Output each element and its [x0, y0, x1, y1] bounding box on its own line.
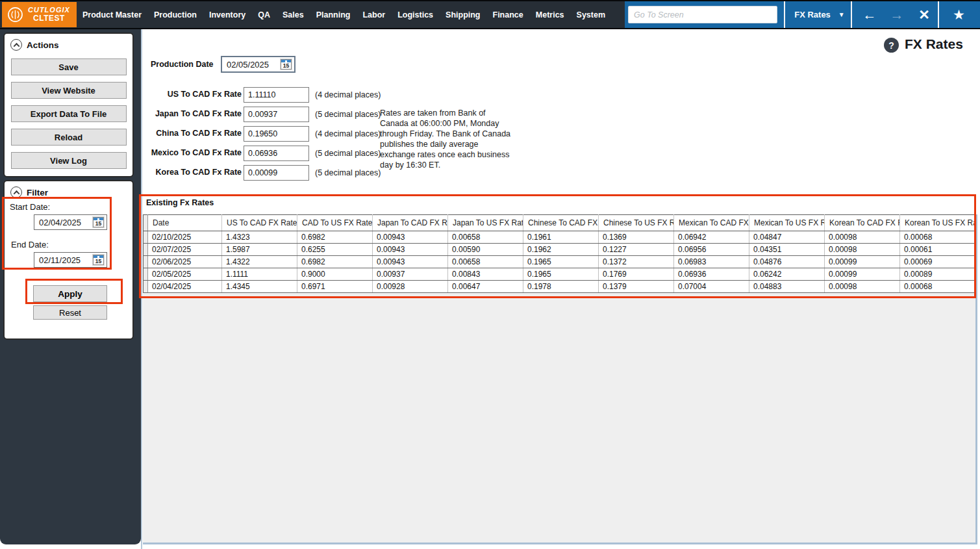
table-cell[interactable]: 0.1965: [523, 256, 599, 268]
table-row[interactable]: 02/07/20251.59870.62550.009430.005900.19…: [144, 244, 975, 256]
help-icon[interactable]: ?: [884, 38, 899, 53]
column-header-japan-to-us-fx-rate[interactable]: Japan To US FX Rate: [448, 215, 523, 231]
table-cell[interactable]: 0.9000: [297, 268, 373, 281]
us-to-cad-fx-rate-input[interactable]: [244, 87, 309, 103]
view-website-button[interactable]: View Website: [11, 82, 127, 99]
table-cell[interactable]: 0.6971: [297, 281, 373, 293]
screen-selector-dropdown[interactable]: FX Rates ▼: [788, 1, 851, 28]
nav-item-sales[interactable]: Sales: [283, 10, 304, 19]
nav-item-system[interactable]: System: [577, 10, 605, 19]
table-cell[interactable]: 0.00099: [825, 256, 900, 268]
table-cell[interactable]: 1.4323: [222, 231, 297, 244]
table-cell[interactable]: 0.1962: [523, 244, 599, 256]
nav-item-product-master[interactable]: Product Master: [82, 10, 142, 19]
table-cell[interactable]: 1.5987: [222, 244, 297, 256]
table-cell[interactable]: 0.00658: [448, 256, 523, 268]
table-cell[interactable]: 02/07/2025: [148, 244, 222, 256]
table-cell[interactable]: 0.06242: [749, 268, 825, 281]
row-header-cell[interactable]: [144, 256, 148, 268]
table-cell[interactable]: 0.00943: [373, 244, 448, 256]
table-cell[interactable]: 0.06983: [674, 256, 749, 268]
nav-item-labor[interactable]: Labor: [362, 10, 385, 19]
production-date-input[interactable]: 02/05/2025 15: [221, 56, 295, 73]
column-header-us-to-cad-fx-rate[interactable]: US To CAD FX Rate: [222, 215, 297, 231]
table-cell[interactable]: 0.00089: [900, 268, 975, 281]
app-logo[interactable]: CUTLOGIX CLTEST: [2, 2, 77, 27]
nav-item-planning[interactable]: Planning: [316, 10, 351, 19]
calendar-icon[interactable]: 15: [93, 217, 104, 227]
table-cell[interactable]: 0.06936: [674, 268, 749, 281]
reload-button[interactable]: Reload: [11, 129, 127, 146]
column-header-chinese-to-cad-fx-f[interactable]: Chinese To CAD FX F: [523, 215, 599, 231]
table-cell[interactable]: 02/06/2025: [148, 256, 222, 268]
table-cell[interactable]: 1.4322: [222, 256, 297, 268]
table-cell[interactable]: 0.00098: [825, 244, 900, 256]
table-cell[interactable]: 0.00843: [448, 268, 523, 281]
table-cell[interactable]: 0.1227: [599, 244, 674, 256]
table-cell[interactable]: 1.4345: [222, 281, 297, 293]
table-row[interactable]: 02/04/20251.43450.69710.009280.006470.19…: [144, 281, 975, 293]
table-row[interactable]: 02/06/20251.43220.69820.009430.006580.19…: [144, 256, 975, 268]
table-cell[interactable]: 0.1372: [599, 256, 674, 268]
collapse-chevron-icon[interactable]: [10, 39, 22, 51]
column-header-korean-to-cad-fx-r[interactable]: Korean To CAD FX R: [825, 215, 900, 231]
table-cell[interactable]: 02/10/2025: [148, 231, 222, 244]
save-button[interactable]: Save: [11, 58, 127, 75]
calendar-icon[interactable]: 15: [281, 59, 292, 70]
table-cell[interactable]: 0.07004: [674, 281, 749, 293]
nav-item-production[interactable]: Production: [154, 10, 197, 19]
table-cell[interactable]: 0.6982: [297, 231, 373, 244]
nav-item-inventory[interactable]: Inventory: [209, 10, 245, 19]
table-cell[interactable]: 0.00943: [373, 231, 448, 244]
forward-arrow-icon[interactable]: →: [883, 1, 911, 28]
back-arrow-icon[interactable]: ←: [856, 1, 883, 28]
table-cell[interactable]: 0.00098: [825, 281, 900, 293]
korea-to-cad-fx-rate-input[interactable]: [244, 165, 309, 181]
table-cell[interactable]: 0.00647: [448, 281, 523, 293]
calendar-icon[interactable]: 15: [93, 255, 104, 265]
table-cell[interactable]: 0.04847: [749, 231, 825, 244]
table-cell[interactable]: 0.1379: [599, 281, 674, 293]
table-cell[interactable]: 0.04876: [749, 256, 825, 268]
table-cell[interactable]: 0.1961: [523, 231, 599, 244]
collapse-chevron-icon[interactable]: [10, 186, 22, 198]
column-header-chinese-to-us-fx-ra[interactable]: Chinese To US FX Ra: [599, 215, 674, 231]
table-cell[interactable]: 0.00658: [448, 231, 523, 244]
column-header-cad-to-us-fx-rate[interactable]: CAD To US FX Rate: [297, 215, 373, 231]
column-header-mexican-to-cad-fx[interactable]: Mexican To CAD FX: [674, 215, 749, 231]
row-header-cell[interactable]: [144, 231, 148, 244]
column-header-mexican-to-us-fx-ra[interactable]: Mexican To US FX Ra: [749, 215, 825, 231]
end-date-input[interactable]: 02/11/2025 15: [34, 252, 107, 268]
table-cell[interactable]: 0.00937: [373, 268, 448, 281]
row-header-cell[interactable]: [144, 268, 148, 281]
table-cell[interactable]: 0.1769: [599, 268, 674, 281]
close-icon[interactable]: ✕: [911, 1, 938, 28]
table-cell[interactable]: 0.00069: [900, 256, 975, 268]
table-cell[interactable]: 0.00943: [373, 256, 448, 268]
nav-item-shipping[interactable]: Shipping: [446, 10, 480, 19]
reset-button[interactable]: Reset: [33, 305, 107, 320]
table-cell[interactable]: 02/04/2025: [148, 281, 222, 293]
table-cell[interactable]: 0.00068: [900, 281, 975, 293]
china-to-cad-fx-rate-input[interactable]: [244, 126, 309, 142]
nav-item-finance[interactable]: Finance: [493, 10, 523, 19]
table-cell[interactable]: 0.1978: [523, 281, 599, 293]
table-cell[interactable]: 0.00928: [373, 281, 448, 293]
table-row[interactable]: 02/05/20251.11110.90000.009370.008430.19…: [144, 268, 975, 281]
table-cell[interactable]: 0.04883: [749, 281, 825, 293]
table-cell[interactable]: 0.1369: [599, 231, 674, 244]
column-header-japan-to-cad-fx-ra[interactable]: Japan To CAD FX Ra: [373, 215, 448, 231]
table-cell[interactable]: 0.00099: [825, 268, 900, 281]
table-cell[interactable]: 0.06942: [674, 231, 749, 244]
table-cell[interactable]: 0.04351: [749, 244, 825, 256]
japan-to-cad-fx-rate-input[interactable]: [244, 107, 309, 122]
nav-item-logistics[interactable]: Logistics: [397, 10, 433, 19]
view-log-button[interactable]: View Log: [11, 152, 127, 169]
go-to-screen-input[interactable]: [628, 6, 777, 23]
apply-button[interactable]: Apply: [33, 285, 107, 302]
table-cell[interactable]: 0.00061: [900, 244, 975, 256]
table-cell[interactable]: 0.1965: [523, 268, 599, 281]
table-cell[interactable]: 1.1111: [222, 268, 297, 281]
column-header-date[interactable]: Date: [148, 215, 222, 231]
nav-item-qa[interactable]: QA: [258, 10, 270, 19]
